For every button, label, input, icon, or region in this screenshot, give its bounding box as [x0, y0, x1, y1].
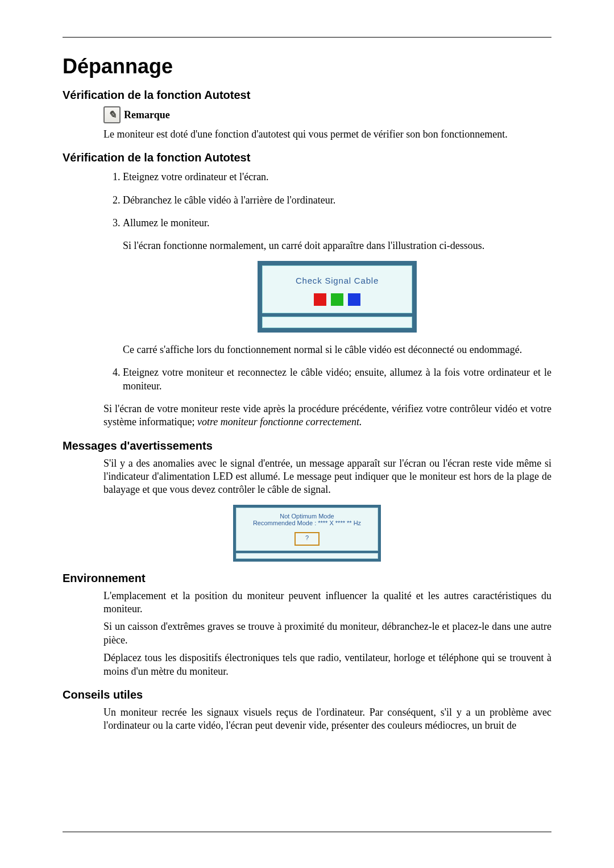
section-tips-heading: Conseils utiles: [63, 688, 551, 701]
autotest-tail: Si l'écran de votre moniteur reste vide …: [103, 402, 551, 429]
environment-p1: L'emplacement et la position du moniteur…: [103, 589, 551, 616]
figure-check-signal: Check Signal Cable: [123, 261, 551, 333]
note-body: Le moniteur est doté d'une fonction d'au…: [103, 128, 551, 141]
figure2-line2: Recommended Mode : **** X **** ** Hz: [239, 520, 375, 526]
step-3-text: Allumez le moniteur.: [123, 217, 209, 229]
warnings-p1: S'il y a des anomalies avec le signal d'…: [103, 457, 551, 497]
section-environment-heading: Environnement: [63, 572, 551, 585]
step-3: Allumez le moniteur. Si l'écran fonction…: [123, 216, 551, 356]
environment-p3: Déplacez tous les dispositifs électroniq…: [103, 651, 551, 678]
top-rule: [63, 37, 551, 38]
step-2: Débranchez le câble vidéo à l'arrière de…: [123, 193, 551, 207]
step-3-sub2: Ce carré s'affiche lors du fonctionnemen…: [123, 343, 551, 356]
figure2-line1: Not Optimum Mode: [239, 513, 375, 520]
environment-p2: Si un caisson d'extrêmes graves se trouv…: [103, 620, 551, 647]
section-autotest-heading-2: Vérification de la fonction Autotest: [63, 151, 551, 164]
green-square-icon: [331, 293, 343, 306]
figure1-caption: Check Signal Cable: [267, 275, 407, 286]
section-autotest-heading-1: Vérification de la fonction Autotest: [63, 89, 551, 102]
page-title: Dépannage: [63, 55, 551, 78]
blue-square-icon: [348, 293, 360, 306]
bottom-rule: [63, 832, 551, 832]
steps-list: Eteignez votre ordinateur et l'écran. Dé…: [103, 170, 551, 393]
red-square-icon: [314, 293, 326, 306]
autotest-tail-italic: votre moniteur fonctionne correctement.: [197, 416, 362, 427]
step-3-sub: Si l'écran fonctionne normalement, un ca…: [123, 239, 551, 252]
figure2-button: ?: [294, 532, 320, 546]
step-4: Eteignez votre moniteur et reconnectez l…: [123, 366, 551, 393]
note-label: Remarque: [124, 109, 170, 121]
note-icon: ✎: [103, 106, 121, 123]
figure-not-optimum: Not Optimum Mode Recommended Mode : ****…: [63, 505, 551, 562]
tips-p1: Un moniteur recrée les signaux visuels r…: [103, 706, 551, 733]
step-1: Eteignez votre ordinateur et l'écran.: [123, 170, 551, 184]
section-warnings-heading: Messages d'avertissements: [63, 439, 551, 452]
